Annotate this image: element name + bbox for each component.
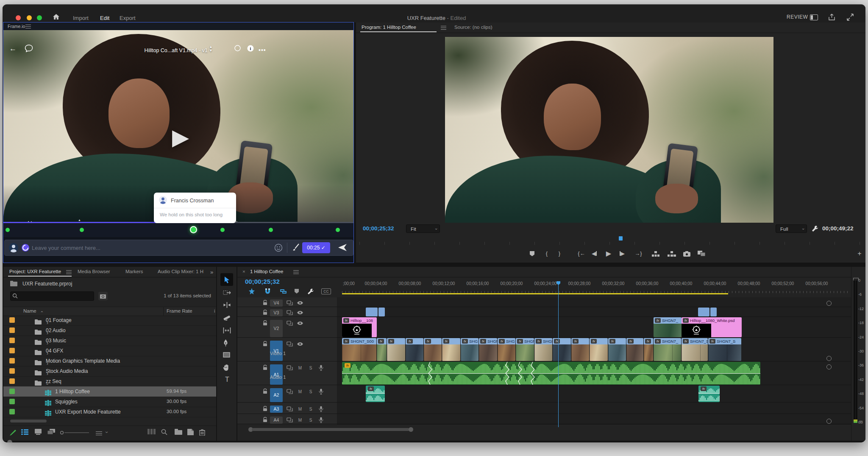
insert-as-nest-icon[interactable] <box>248 288 255 295</box>
track-target-A2[interactable]: A2 <box>270 388 283 402</box>
voiceover-mic-icon[interactable] <box>319 406 323 412</box>
sort-chevron-icon[interactable]: › <box>104 431 110 433</box>
icon-view-icon[interactable] <box>35 429 42 435</box>
track-header-V2[interactable]: V2 <box>237 317 337 338</box>
track-lane-V2[interactable] <box>337 317 851 338</box>
zoom-level-dropdown[interactable]: Fit› <box>406 224 440 233</box>
tab-audio-clip-mixer[interactable]: Audio Clip Mixer: 1 H <box>158 269 203 274</box>
writable-pencil-icon[interactable] <box>9 429 17 436</box>
sync-lock-icon[interactable] <box>287 389 293 394</box>
track-mute-button[interactable]: M <box>297 389 303 395</box>
track-header-A4[interactable]: A4MS <box>237 414 337 424</box>
track-lane-A3[interactable] <box>337 403 851 414</box>
column-frame-rate[interactable]: Frame Rate <box>167 308 192 313</box>
bin-name[interactable]: 04 GFX <box>46 348 63 354</box>
tab-project[interactable]: Project: UXR Featurette <box>9 269 61 274</box>
video-clip-SHGN7_S0[interactable]: fxSHGN7_S0 <box>516 338 534 361</box>
video-clip-untitled[interactable]: fx <box>608 338 626 361</box>
video-clip-SHGN7_[interactable]: fxSHGN7_ <box>654 317 682 337</box>
track-solo-button[interactable]: S <box>307 389 314 395</box>
graphics-clip[interactable] <box>378 308 385 316</box>
timeline-settings-wrench-icon[interactable] <box>307 288 314 295</box>
timeline-panel-menu-icon[interactable] <box>293 270 299 274</box>
comment-marker-dot[interactable] <box>336 228 340 232</box>
play-pause-icon[interactable]: ▶ <box>603 248 615 259</box>
tab-source[interactable]: Source: (no clips) <box>454 25 492 30</box>
column-name[interactable]: Name <box>23 308 36 313</box>
new-bin-icon[interactable] <box>175 429 182 435</box>
track-mute-button[interactable]: M <box>297 365 303 371</box>
button-editor-plus[interactable]: + <box>854 248 865 259</box>
more-options-icon[interactable]: ••• <box>259 47 266 53</box>
label-color-chip[interactable] <box>9 358 15 364</box>
timeline-marker-icon[interactable] <box>294 288 299 294</box>
video-clip-untitled[interactable]: fx <box>387 338 405 361</box>
label-color-chip[interactable] <box>9 317 15 323</box>
sequence-name[interactable]: UXR Export Mode Featurette <box>55 409 121 415</box>
project-row[interactable]: ›01 Footage <box>3 315 216 326</box>
settings-wrench-icon[interactable] <box>811 225 819 232</box>
sequence-name[interactable]: Squiggles <box>55 399 78 405</box>
video-clip-SHGN7_S[interactable]: fxSHGN7_S <box>682 338 708 361</box>
track-scroll-knob-1[interactable] <box>826 356 832 361</box>
program-timecode[interactable]: 00;00;25;32 <box>363 225 394 232</box>
add-marker-icon[interactable] <box>526 248 538 259</box>
label-color-chip[interactable] <box>9 389 15 394</box>
track-scroll-knob-2[interactable] <box>826 364 832 369</box>
audio-clip-a2[interactable]: fx <box>698 386 720 402</box>
project-row[interactable]: UXR Export Mode Featurette30.00 fps <box>3 407 216 417</box>
tool-slip[interactable] <box>223 327 231 336</box>
graphics-clip[interactable] <box>366 308 378 316</box>
frameio-player[interactable]: ← Hilltop Co...aft V1.mp4 - v1 ▲▼ i ••• … <box>3 30 353 223</box>
delete-trash-icon[interactable] <box>199 429 205 436</box>
bin-name[interactable]: 01 Footage <box>46 317 72 323</box>
timeline-hscrollbar[interactable] <box>252 428 409 431</box>
mark-out-icon[interactable]: } <box>554 248 565 259</box>
program-mini-timeline[interactable] <box>359 237 861 245</box>
label-color-chip[interactable] <box>9 368 15 374</box>
track-target-V3[interactable]: V3 <box>270 309 283 316</box>
voiceover-mic-icon[interactable] <box>319 389 323 394</box>
video-clip-untitled[interactable]: fx <box>644 338 653 361</box>
captions-cc-icon[interactable]: CC <box>321 288 331 294</box>
track-lock-icon[interactable] <box>263 365 267 370</box>
freeform-view-icon[interactable] <box>47 429 56 435</box>
voiceover-mic-icon[interactable] <box>319 417 323 423</box>
video-clip-untitled[interactable]: fx <box>377 338 387 361</box>
bin-name[interactable]: 03 Music <box>46 338 66 344</box>
track-visibility-eye-icon[interactable] <box>297 342 303 346</box>
video-clip-untitled[interactable]: fx <box>571 338 589 361</box>
find-icon[interactable] <box>161 429 167 435</box>
emoji-smiley-icon[interactable] <box>274 243 283 252</box>
program-video-frame[interactable] <box>445 37 773 223</box>
workspace-panel-icon[interactable] <box>810 14 818 20</box>
play-overlay-button[interactable]: ▶ <box>172 124 189 150</box>
project-row[interactable]: ›04 GFX <box>3 346 216 356</box>
project-row[interactable]: 1 Hilltop Coffee59.94 fps <box>3 386 216 397</box>
project-panel-menu-icon[interactable] <box>66 270 72 274</box>
program-playhead[interactable] <box>619 236 623 241</box>
comment-input[interactable] <box>31 242 253 254</box>
track-name-label[interactable]: Audio 1 <box>270 375 286 380</box>
track-lock-icon[interactable] <box>263 341 267 347</box>
video-clip-untitled[interactable]: fx <box>406 338 423 361</box>
comparison-view-icon[interactable] <box>696 248 707 259</box>
track-solo-button[interactable]: S <box>307 365 314 371</box>
graphics-clip[interactable] <box>710 308 717 316</box>
audio-scroll-knob[interactable] <box>826 419 832 424</box>
comment-marker-dot[interactable] <box>220 228 225 232</box>
track-lane-A4[interactable] <box>337 414 851 424</box>
track-lock-icon[interactable] <box>263 310 267 315</box>
video-clip-untitled[interactable]: fx <box>553 338 571 361</box>
label-color-chip[interactable] <box>9 327 15 333</box>
track-visibility-eye-icon[interactable] <box>297 311 303 315</box>
track-target-A3[interactable]: A3 <box>270 406 283 413</box>
list-view-icon[interactable] <box>21 429 28 435</box>
label-color-chip[interactable] <box>9 348 15 353</box>
step-forward-icon[interactable]: ▶ <box>616 248 628 259</box>
frameio-panel-menu-icon[interactable] <box>25 25 31 28</box>
sort-ascending-icon[interactable]: › <box>39 311 44 313</box>
project-hscrollbar[interactable] <box>10 420 47 422</box>
close-timeline-icon[interactable]: × <box>242 269 245 274</box>
track-lock-icon[interactable] <box>263 417 267 422</box>
